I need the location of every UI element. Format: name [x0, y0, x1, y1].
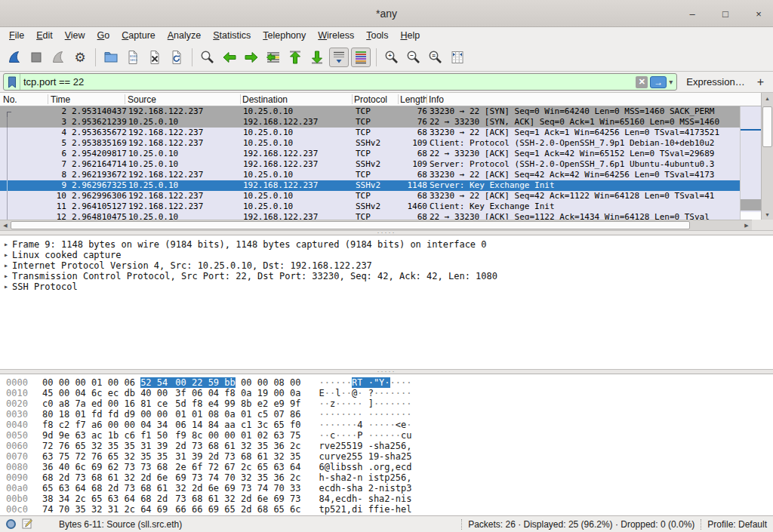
packet-row[interactable]: 22.953140437192.168.122.23710.25.0.10TCP…	[0, 106, 740, 117]
packet-list-vertical-scrollbar[interactable]: ▲ ▼	[761, 93, 773, 220]
go-to-packet-icon[interactable]	[263, 48, 283, 67]
resize-columns-icon[interactable]	[448, 48, 467, 67]
packet-list-horizontal-scrollbar[interactable]: ◀ ▶	[0, 220, 752, 230]
column-header-destination[interactable]: Destination	[242, 94, 288, 105]
scroll-left-icon[interactable]: ◀	[0, 220, 11, 230]
hex-row[interactable]: 00a065 63 64 68 2d 73 68 61 32 2d 6e 69 …	[6, 483, 773, 494]
pane-splitter-top[interactable]: ·····	[0, 230, 773, 235]
hex-row[interactable]: 00c074 70 35 32 31 2c 64 69 66 66 69 65 …	[6, 504, 773, 515]
hex-row[interactable]: 00b038 34 2c 65 63 64 68 2d 73 68 61 32 …	[6, 494, 773, 504]
hex-row[interactable]: 003080 18 01 fd fd d9 00 00 01 01 08 0a …	[6, 409, 773, 420]
column-separator[interactable]	[398, 94, 399, 104]
profile-text[interactable]: Profile: Default	[707, 519, 767, 530]
hex-row[interactable]: 00509d 9e 63 ac 1b c6 f1 50 f9 8c 00 00 …	[6, 430, 773, 441]
packet-row[interactable]: 122.96481047510.25.0.10192.168.122.237TC…	[0, 212, 740, 220]
menu-file[interactable]: File	[3, 29, 30, 42]
packet-list-header[interactable]: No.TimeSourceDestinationProtocolLengthIn…	[0, 93, 761, 106]
scroll-up-icon[interactable]: ▲	[762, 93, 773, 103]
column-header-info[interactable]: Info	[429, 94, 444, 105]
collapsed-arrow-icon[interactable]: ▸	[0, 281, 12, 292]
auto-scroll-icon[interactable]	[329, 48, 349, 67]
column-separator[interactable]	[240, 94, 241, 104]
menu-help[interactable]: Help	[394, 29, 426, 42]
hex-row[interactable]: 007063 75 72 76 65 32 35 35 31 39 2d 73 …	[6, 451, 773, 462]
expression-button[interactable]: Expression…	[677, 76, 752, 88]
go-first-icon[interactable]	[285, 48, 305, 67]
stop-capture-icon[interactable]	[26, 48, 46, 67]
filter-dropdown-icon[interactable]: ▾	[669, 78, 673, 86]
go-back-icon[interactable]	[220, 48, 239, 67]
menu-edit[interactable]: Edit	[30, 29, 59, 42]
menu-go[interactable]: Go	[91, 29, 116, 42]
collapsed-arrow-icon[interactable]: ▸	[0, 250, 12, 260]
column-header-length[interactable]: Length	[400, 94, 427, 105]
open-file-icon[interactable]	[101, 48, 121, 67]
menu-capture[interactable]: Capture	[115, 29, 161, 42]
display-filter-input[interactable]	[20, 76, 636, 88]
column-separator[interactable]	[427, 94, 427, 104]
go-last-icon[interactable]	[307, 48, 327, 67]
close-button[interactable]: ×	[750, 5, 767, 22]
horizontal-scroll-thumb[interactable]	[11, 221, 690, 229]
intelligent-scrollbar-minimap[interactable]	[740, 106, 761, 220]
scroll-down-icon[interactable]: ▼	[762, 209, 773, 220]
capture-options-icon[interactable]: ⚙	[70, 48, 90, 67]
go-forward-icon[interactable]	[242, 48, 261, 67]
restart-capture-icon[interactable]	[48, 48, 68, 67]
column-separator[interactable]	[48, 94, 48, 104]
close-file-icon[interactable]	[145, 48, 165, 67]
packet-row[interactable]: 62.95420981710.25.0.10192.168.122.237TCP…	[0, 149, 740, 159]
filter-clear-icon[interactable]: ✕	[636, 76, 648, 88]
detail-row[interactable]: ▸SSH Protocol	[0, 281, 773, 292]
display-filter-box[interactable]: ✕ → ▾	[3, 73, 677, 91]
column-header-time[interactable]: Time	[51, 94, 70, 105]
filter-add-button[interactable]: +	[753, 75, 768, 89]
detail-row[interactable]: ▸Transmission Control Protocol, Src Port…	[0, 271, 773, 281]
hex-row[interactable]: 008036 40 6c 69 62 73 73 68 2e 6f 72 67 …	[6, 462, 773, 472]
collapsed-arrow-icon[interactable]: ▸	[0, 260, 12, 271]
packet-row[interactable]: 42.953635672192.168.122.23710.25.0.10TCP…	[0, 128, 740, 138]
colorize-icon[interactable]	[351, 48, 371, 67]
save-file-icon[interactable]: 01011011	[123, 48, 143, 67]
packet-row[interactable]: 102.962996306192.168.122.23710.25.0.10TC…	[0, 191, 740, 201]
minimize-button[interactable]: –	[684, 5, 701, 22]
menu-tools[interactable]: Tools	[360, 29, 394, 42]
packet-row[interactable]: 32.95362123910.25.0.10192.168.122.237TCP…	[0, 117, 740, 128]
column-header-protocol[interactable]: Protocol	[354, 94, 387, 105]
column-separator[interactable]	[125, 94, 125, 104]
menu-statistics[interactable]: Statistics	[207, 29, 257, 42]
column-header-source[interactable]: Source	[128, 94, 156, 105]
find-packet-icon[interactable]	[198, 48, 217, 67]
menu-view[interactable]: View	[59, 29, 91, 42]
expert-info-icon[interactable]	[6, 519, 16, 529]
menu-analyze[interactable]: Analyze	[162, 29, 207, 42]
column-separator[interactable]	[352, 94, 353, 104]
filter-apply-icon[interactable]: →	[650, 76, 667, 88]
menu-telephony[interactable]: Telephony	[257, 29, 312, 42]
hex-row[interactable]: 0020c0 a8 7a ed 00 16 81 ce 5d f8 e4 99 …	[6, 398, 773, 409]
horizontal-scroll-track[interactable]	[11, 220, 741, 230]
column-header-no[interactable]: No.	[3, 94, 17, 105]
hex-row[interactable]: 000000 00 00 01 00 06 52 54 00 22 59 bb …	[6, 377, 773, 388]
packet-row[interactable]: 72.96216471410.25.0.10192.168.122.237SSH…	[0, 159, 740, 170]
packet-row[interactable]: 112.964105127192.168.122.23710.25.0.10SS…	[0, 201, 740, 212]
hex-row[interactable]: 009068 2d 73 68 61 32 2d 6e 69 73 74 70 …	[6, 472, 773, 483]
zoom-in-icon[interactable]: +	[382, 48, 402, 67]
packet-row[interactable]: 82.962193672192.168.122.23710.25.0.10TCP…	[0, 170, 740, 180]
hex-row[interactable]: 006072 76 65 32 35 35 31 39 2d 73 68 61 …	[6, 441, 773, 451]
hex-row[interactable]: 0040f8 c2 f7 a6 00 00 04 34 06 14 84 aa …	[6, 420, 773, 430]
vertical-scroll-thumb[interactable]	[762, 106, 772, 147]
collapsed-arrow-icon[interactable]: ▸	[0, 239, 12, 250]
pane-splitter-bottom[interactable]: ·····	[0, 369, 773, 374]
hex-row[interactable]: 001045 00 04 6c ec db 40 00 3f 06 04 f8 …	[6, 388, 773, 398]
zoom-original-icon[interactable]: =	[426, 48, 445, 67]
filter-bookmark-icon[interactable]	[4, 74, 20, 90]
detail-row[interactable]: ▸Linux cooked capture	[0, 250, 773, 260]
collapsed-arrow-icon[interactable]: ▸	[0, 271, 12, 281]
menu-wireless[interactable]: Wireless	[312, 29, 360, 42]
packet-row[interactable]: 52.953835169192.168.122.23710.25.0.10SSH…	[0, 138, 740, 149]
scroll-right-icon[interactable]: ▶	[741, 220, 752, 230]
detail-row[interactable]: ▸Internet Protocol Version 4, Src: 10.25…	[0, 260, 773, 271]
start-capture-icon[interactable]	[5, 48, 24, 67]
reload-file-icon[interactable]	[167, 48, 186, 67]
